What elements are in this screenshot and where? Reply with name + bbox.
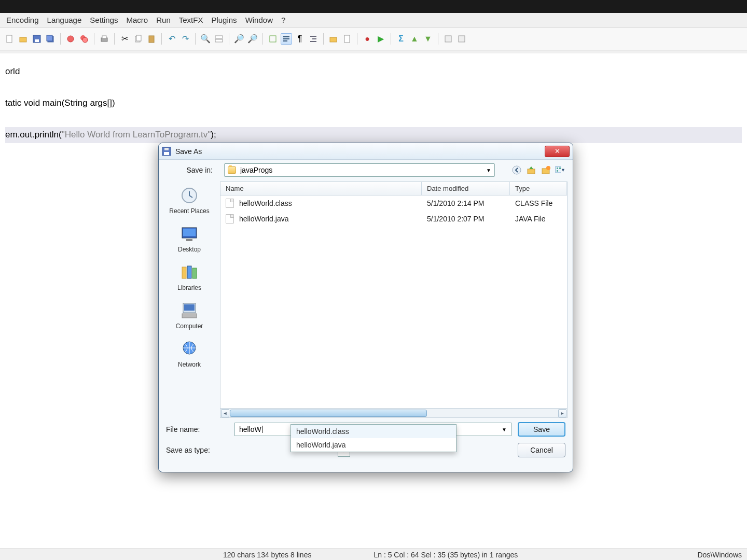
places-bar: Recent Places Desktop Libraries Computer…: [159, 180, 220, 419]
svg-rect-28: [556, 166, 561, 173]
menu-bar: Encoding Language Settings Macro Run Tex…: [0, 13, 747, 27]
file-list: Name Date modified Type helloWorld.class…: [220, 181, 568, 418]
tb-wordwrap-icon[interactable]: [281, 33, 292, 45]
tb-undo-icon[interactable]: ↶: [166, 33, 177, 45]
saveastype-label: Save as type:: [166, 446, 228, 454]
desktop-icon: [178, 224, 201, 244]
tb-zoomout-icon[interactable]: 🔎: [247, 33, 258, 45]
menu-settings[interactable]: Settings: [87, 15, 121, 25]
nav-viewmenu-icon[interactable]: ▼: [555, 165, 565, 175]
status-position: Ln : 5 Col : 64 Sel : 35 (35 bytes) in 1…: [374, 551, 518, 559]
filename-label: File name:: [166, 425, 228, 433]
scroll-thumb[interactable]: [230, 410, 427, 417]
tb-func2-icon[interactable]: ▲: [409, 33, 420, 45]
tb-folder-icon[interactable]: [328, 33, 339, 45]
save-as-dialog: Save As ✕ Save in: javaProgs ▼ ▼ Recent …: [158, 143, 573, 472]
tb-new-icon[interactable]: [4, 33, 16, 45]
nav-up-icon[interactable]: [526, 165, 536, 175]
tb-extra2-icon[interactable]: [456, 33, 467, 45]
svg-rect-14: [215, 36, 223, 38]
status-eol: Dos\Windows: [697, 551, 742, 559]
code-line: tatic void main(String args[]): [5, 95, 742, 111]
recent-places-icon: [178, 186, 201, 205]
place-desktop[interactable]: Desktop: [161, 222, 218, 255]
nav-back-icon[interactable]: [511, 165, 522, 175]
svg-rect-41: [182, 314, 197, 318]
svg-rect-19: [445, 36, 451, 42]
cancel-button[interactable]: Cancel: [518, 443, 565, 457]
file-row[interactable]: helloWorld.java 5/1/2010 2:07 PM JAVA Fi…: [220, 211, 567, 227]
dialog-title: Save As: [175, 147, 545, 156]
folder-icon: [228, 166, 236, 174]
tb-sync-icon[interactable]: [267, 33, 279, 45]
chevron-down-icon[interactable]: ▼: [502, 427, 507, 432]
menu-window[interactable]: Window: [242, 15, 276, 25]
scroll-left-icon[interactable]: ◄: [221, 409, 229, 417]
file-row[interactable]: helloWorld.class 5/1/2010 2:14 PM CLASS …: [220, 195, 567, 211]
tb-macro-rec-icon[interactable]: ●: [362, 33, 373, 45]
place-computer[interactable]: Computer: [161, 299, 218, 332]
tb-open-icon[interactable]: [18, 33, 29, 45]
place-network[interactable]: Network: [161, 337, 218, 370]
file-icon: [226, 214, 234, 223]
save-in-combo[interactable]: javaProgs ▼: [224, 163, 495, 177]
computer-icon: [178, 301, 201, 320]
tb-func1-icon[interactable]: Σ: [395, 33, 407, 45]
svg-rect-25: [528, 169, 535, 174]
tb-copy-icon[interactable]: [132, 33, 144, 45]
place-libraries[interactable]: Libraries: [161, 260, 218, 293]
svg-rect-5: [47, 35, 52, 41]
svg-rect-38: [192, 268, 197, 278]
tb-doc-icon[interactable]: [341, 33, 353, 45]
svg-rect-18: [344, 35, 350, 43]
autocomplete-item[interactable]: helloWorld.class: [291, 425, 456, 438]
tb-replace-icon[interactable]: [213, 33, 225, 45]
dialog-title-bar[interactable]: Save As ✕: [159, 143, 573, 160]
menu-plugins[interactable]: Plugins: [208, 15, 240, 25]
svg-rect-10: [102, 36, 106, 38]
tb-cut-icon[interactable]: ✂: [119, 33, 130, 45]
menu-language[interactable]: Language: [44, 15, 85, 25]
svg-point-24: [513, 166, 521, 174]
column-name[interactable]: Name: [220, 182, 422, 195]
chevron-down-icon: ▼: [486, 167, 491, 173]
menu-macro[interactable]: Macro: [123, 15, 151, 25]
menu-help[interactable]: ?: [278, 15, 288, 25]
tb-close-icon[interactable]: [65, 33, 76, 45]
horizontal-scrollbar[interactable]: ◄ ►: [220, 408, 567, 417]
tb-saveall-icon[interactable]: [45, 33, 56, 45]
svg-point-27: [546, 166, 550, 170]
svg-rect-15: [215, 39, 223, 42]
tb-print-icon[interactable]: [99, 33, 110, 45]
tb-save-icon[interactable]: [31, 33, 43, 45]
tb-closeall-icon[interactable]: [78, 33, 90, 45]
tb-macro-play-icon[interactable]: ▶: [375, 33, 386, 45]
autocomplete-item[interactable]: helloWorld.java: [291, 438, 456, 452]
save-button[interactable]: Save: [518, 422, 565, 437]
svg-rect-36: [182, 267, 186, 278]
scroll-right-icon[interactable]: ►: [558, 409, 566, 417]
tb-allchars-icon[interactable]: ¶: [294, 33, 306, 45]
svg-rect-17: [330, 37, 337, 42]
tb-indent-icon[interactable]: [308, 33, 319, 45]
column-date[interactable]: Date modified: [422, 182, 510, 195]
svg-rect-34: [183, 229, 196, 236]
svg-point-6: [67, 36, 74, 42]
code-line: orld: [5, 64, 742, 80]
menu-encoding[interactable]: Encoding: [3, 15, 42, 25]
tb-zoomin-icon[interactable]: 🔎: [233, 33, 245, 45]
close-button[interactable]: ✕: [545, 146, 570, 157]
menu-run[interactable]: Run: [153, 15, 174, 25]
svg-rect-0: [7, 35, 12, 43]
menu-textfx[interactable]: TextFX: [176, 15, 206, 25]
tb-paste-icon[interactable]: [146, 33, 157, 45]
column-type[interactable]: Type: [510, 182, 567, 195]
place-recent[interactable]: Recent Places: [161, 184, 218, 217]
tb-find-icon[interactable]: 🔍: [200, 33, 211, 45]
nav-newfolder-icon[interactable]: [541, 165, 551, 175]
tb-func3-icon[interactable]: ▼: [422, 33, 434, 45]
tb-extra1-icon[interactable]: [442, 33, 454, 45]
svg-rect-13: [149, 36, 154, 43]
tb-redo-icon[interactable]: ↷: [179, 33, 191, 45]
svg-rect-23: [164, 148, 169, 150]
